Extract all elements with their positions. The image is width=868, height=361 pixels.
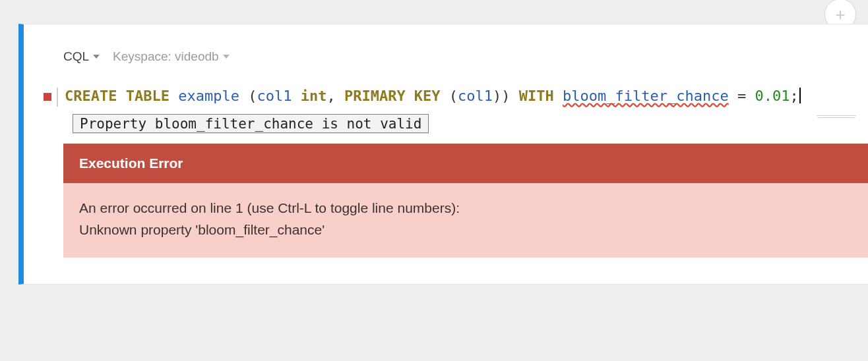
language-dropdown[interactable]: CQL	[63, 49, 100, 64]
column-name: col1	[257, 88, 300, 104]
chevron-down-icon	[93, 55, 100, 59]
keyspace-dropdown[interactable]: Keyspace: videodb	[113, 49, 230, 64]
error-body: An error occurred on line 1 (use Ctrl-L …	[63, 183, 868, 258]
equals: =	[729, 88, 755, 104]
keyspace-label: Keyspace: videodb	[113, 49, 219, 64]
validation-tooltip: Property bloom_filter_chance is not vali…	[73, 114, 429, 133]
table-name: example	[178, 88, 239, 104]
chevron-down-icon	[223, 55, 230, 59]
error-line-2: Unknown property 'bloom_filter_chance'	[79, 219, 852, 241]
notebook-cell: CQL Keyspace: videodb CREATE TABLE examp…	[18, 24, 868, 285]
code-editor[interactable]: CREATE TABLE example (col1 int, PRIMARY …	[63, 88, 868, 107]
error-gutter-marker	[44, 93, 51, 101]
pk-paren-open: (	[441, 88, 458, 104]
comma: ,	[326, 88, 344, 104]
error-title: Execution Error	[63, 144, 868, 183]
keyword-primary-key: PRIMARY KEY	[344, 88, 441, 104]
plus-icon: +	[835, 6, 845, 23]
pk-paren-close: ))	[493, 88, 511, 104]
resize-handle-icon[interactable]	[817, 114, 856, 118]
text-cursor	[799, 88, 801, 103]
keyword-with: WITH	[511, 88, 563, 104]
code-line: CREATE TABLE example (col1 int, PRIMARY …	[57, 88, 801, 107]
property-name-invalid: bloom_filter_chance	[563, 88, 729, 104]
pk-column: col1	[458, 88, 493, 104]
error-panel: Execution Error An error occurred on lin…	[63, 144, 868, 258]
column-type: int	[301, 88, 327, 104]
paren-open: (	[239, 88, 257, 104]
cell-header: CQL Keyspace: videodb	[63, 49, 868, 64]
keyword-create-table: CREATE TABLE	[65, 88, 170, 104]
tooltip-text: Property bloom_filter_chance is not vali…	[80, 116, 421, 132]
semicolon: ;	[790, 88, 798, 104]
error-line-1: An error occurred on line 1 (use Ctrl-L …	[79, 198, 852, 219]
language-label: CQL	[63, 49, 89, 64]
property-value: 0.01	[755, 88, 790, 104]
